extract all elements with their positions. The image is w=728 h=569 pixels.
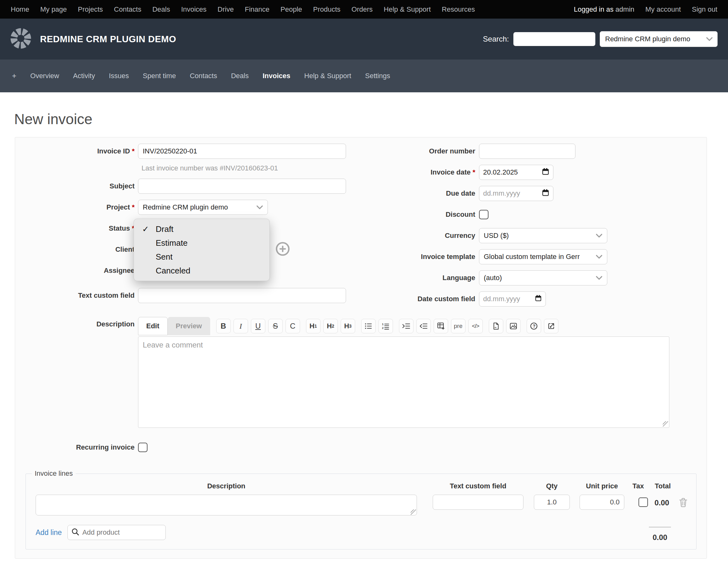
app-logo-icon: [10, 28, 31, 50]
svg-text:?: ?: [533, 324, 535, 329]
svg-text:2: 2: [382, 326, 384, 330]
editor-preview-tab[interactable]: Preview: [168, 317, 210, 335]
line-tax-checkbox[interactable]: [638, 497, 648, 507]
invoice-date-input[interactable]: 20.02.2025: [479, 165, 553, 180]
nav-home[interactable]: Home: [11, 5, 29, 14]
invoice-id-input[interactable]: [138, 144, 346, 159]
invoice-lines-footer: Add line: [36, 525, 696, 540]
line-text-custom-input[interactable]: [433, 495, 523, 510]
fullscreen-icon[interactable]: [544, 319, 558, 333]
col-text-custom-field: Text custom field: [433, 482, 523, 490]
text-custom-field-label: Text custom field: [15, 291, 138, 300]
tab-issues[interactable]: Issues: [109, 72, 129, 80]
heading2-button[interactable]: H2: [323, 319, 338, 333]
order-number-input[interactable]: [479, 144, 575, 159]
resize-handle[interactable]: [411, 509, 416, 515]
project-label: Project *: [15, 203, 138, 211]
add-product-input[interactable]: [67, 525, 166, 540]
line-unit-price-input[interactable]: [580, 495, 624, 510]
italic-button[interactable]: I: [234, 319, 248, 333]
heading3-button[interactable]: H3: [341, 319, 355, 333]
subject-input[interactable]: [138, 179, 346, 194]
status-option-canceled[interactable]: Canceled: [134, 264, 269, 278]
outdent-icon[interactable]: [416, 319, 431, 333]
heading1-button[interactable]: H1: [306, 319, 321, 333]
calendar-icon[interactable]: [542, 189, 549, 198]
col-qty: Qty: [534, 482, 570, 490]
nav-my-page[interactable]: My page: [40, 5, 67, 14]
nav-products[interactable]: Products: [313, 5, 341, 14]
add-line-link[interactable]: Add line: [36, 528, 62, 537]
required-mark: *: [132, 203, 135, 211]
current-user-link[interactable]: admin: [615, 5, 634, 13]
grand-total-value: 0.00: [648, 533, 672, 542]
status-option-sent[interactable]: Sent: [134, 250, 269, 264]
recurring-invoice-checkbox[interactable]: [138, 443, 147, 452]
text-custom-field-input[interactable]: [138, 288, 346, 303]
invoice-template-select[interactable]: Global custom template in Gerr: [479, 249, 607, 264]
sign-out-link[interactable]: Sign out: [692, 5, 717, 14]
chevron-down-icon: [256, 203, 263, 211]
insert-image-icon[interactable]: [506, 319, 521, 333]
tab-overview[interactable]: Overview: [30, 72, 59, 80]
line-description-input[interactable]: [36, 495, 417, 515]
add-tab-button[interactable]: +: [12, 72, 16, 80]
tab-deals[interactable]: Deals: [231, 72, 249, 80]
inline-code-button[interactable]: C: [286, 319, 300, 333]
bold-button[interactable]: B: [216, 319, 231, 333]
nav-finance[interactable]: Finance: [245, 5, 269, 14]
col-description: Description: [36, 482, 417, 490]
help-icon[interactable]: ?: [527, 319, 541, 333]
tab-help-support[interactable]: Help & Support: [304, 72, 351, 80]
nav-invoices[interactable]: Invoices: [181, 5, 207, 14]
date-custom-field-input[interactable]: dd.mm.yyyy: [479, 291, 546, 307]
nav-contacts[interactable]: Contacts: [114, 5, 142, 14]
search-input[interactable]: [513, 32, 595, 46]
tab-contacts[interactable]: Contacts: [190, 72, 217, 80]
nav-help-support[interactable]: Help & Support: [384, 5, 431, 14]
status-option-draft[interactable]: ✓ Draft: [134, 222, 269, 236]
indent-icon[interactable]: [399, 319, 413, 333]
tab-invoices[interactable]: Invoices: [263, 72, 290, 80]
chevron-down-icon: [596, 232, 603, 240]
add-client-icon[interactable]: [275, 242, 290, 257]
underline-button[interactable]: U: [251, 319, 265, 333]
main-content: New invoice Invoice ID * Last invoice nu…: [0, 111, 728, 559]
nav-drive[interactable]: Drive: [217, 5, 234, 14]
currency-select[interactable]: USD ($): [479, 228, 607, 243]
resize-handle[interactable]: [663, 421, 668, 427]
search-icon: [71, 528, 79, 537]
link-file-icon[interactable]: ∞: [489, 319, 503, 333]
total-divider: [649, 527, 671, 527]
tab-activity[interactable]: Activity: [73, 72, 95, 80]
order-number-label: Order number: [364, 147, 479, 155]
nav-people[interactable]: People: [280, 5, 302, 14]
status-option-estimate[interactable]: Estimate: [134, 236, 269, 250]
nav-resources[interactable]: Resources: [442, 5, 475, 14]
required-mark: *: [132, 147, 135, 155]
numbered-list-icon[interactable]: 12: [378, 319, 393, 333]
delete-line-icon[interactable]: [678, 497, 688, 509]
due-date-input[interactable]: dd.mm.yyyy: [479, 186, 553, 201]
invoice-grand-total: 0.00: [648, 527, 672, 542]
my-account-link[interactable]: My account: [645, 5, 681, 14]
calendar-icon[interactable]: [542, 168, 549, 177]
strikethrough-button[interactable]: S: [268, 319, 283, 333]
insert-table-icon[interactable]: [434, 319, 448, 333]
description-textarea[interactable]: [138, 336, 669, 428]
line-qty-input[interactable]: [534, 495, 570, 510]
tab-spent-time[interactable]: Spent time: [143, 72, 176, 80]
nav-projects[interactable]: Projects: [78, 5, 103, 14]
editor-edit-tab[interactable]: Edit: [138, 317, 168, 335]
nav-orders[interactable]: Orders: [351, 5, 373, 14]
bullet-list-icon[interactable]: [361, 319, 376, 333]
tab-settings[interactable]: Settings: [365, 72, 390, 80]
nav-deals[interactable]: Deals: [152, 5, 170, 14]
calendar-icon[interactable]: [535, 295, 542, 303]
language-select[interactable]: (auto): [479, 270, 607, 285]
preformatted-button[interactable]: pre: [451, 319, 465, 333]
project-select[interactable]: Redmine CRM plugin demo: [138, 200, 268, 215]
code-block-button[interactable]: </>: [468, 319, 483, 333]
discount-checkbox[interactable]: [479, 210, 488, 219]
project-jump-select[interactable]: Redmine CRM plugin demo: [600, 31, 718, 47]
